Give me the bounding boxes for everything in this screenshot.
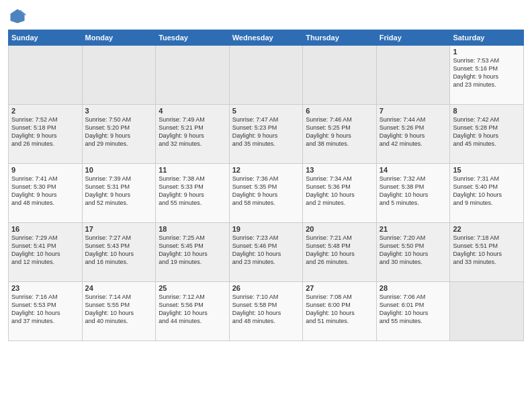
calendar-cell: 16Sunrise: 7:29 AM Sunset: 5:41 PM Dayli… — [9, 223, 83, 282]
day-info: Sunrise: 7:49 AM Sunset: 5:21 PM Dayligh… — [159, 116, 226, 148]
day-info: Sunrise: 7:47 AM Sunset: 5:23 PM Dayligh… — [232, 116, 300, 148]
calendar-cell: 19Sunrise: 7:23 AM Sunset: 5:46 PM Dayli… — [229, 223, 303, 282]
day-info: Sunrise: 7:36 AM Sunset: 5:35 PM Dayligh… — [232, 175, 300, 208]
calendar-cell — [303, 46, 377, 105]
day-info: Sunrise: 7:08 AM Sunset: 6:00 PM Dayligh… — [306, 293, 373, 326]
day-number: 20 — [306, 225, 373, 233]
calendar-cell: 23Sunrise: 7:16 AM Sunset: 5:53 PM Dayli… — [9, 282, 83, 341]
day-number: 18 — [159, 225, 226, 233]
col-header-monday: Monday — [82, 30, 156, 46]
day-info: Sunrise: 7:16 AM Sunset: 5:53 PM Dayligh… — [11, 293, 79, 326]
logo-icon — [8, 7, 27, 26]
week-row-5: 23Sunrise: 7:16 AM Sunset: 5:53 PM Dayli… — [9, 282, 524, 341]
calendar-cell: 9Sunrise: 7:41 AM Sunset: 5:30 PM Daylig… — [9, 164, 83, 223]
day-info: Sunrise: 7:52 AM Sunset: 5:18 PM Dayligh… — [11, 116, 79, 148]
week-row-3: 9Sunrise: 7:41 AM Sunset: 5:30 PM Daylig… — [9, 164, 524, 223]
day-number: 9 — [11, 166, 79, 174]
col-header-friday: Friday — [376, 30, 450, 46]
col-header-saturday: Saturday — [450, 30, 524, 46]
calendar-cell — [376, 46, 450, 105]
calendar-cell: 1Sunrise: 7:53 AM Sunset: 5:16 PM Daylig… — [450, 46, 524, 105]
calendar-cell: 14Sunrise: 7:32 AM Sunset: 5:38 PM Dayli… — [376, 164, 450, 223]
day-info: Sunrise: 7:50 AM Sunset: 5:20 PM Dayligh… — [85, 116, 153, 148]
week-row-4: 16Sunrise: 7:29 AM Sunset: 5:41 PM Dayli… — [9, 223, 524, 282]
day-info: Sunrise: 7:23 AM Sunset: 5:46 PM Dayligh… — [232, 234, 300, 267]
day-info: Sunrise: 7:18 AM Sunset: 5:51 PM Dayligh… — [453, 234, 521, 267]
day-info: Sunrise: 7:32 AM Sunset: 5:38 PM Dayligh… — [380, 175, 447, 208]
calendar-cell: 8Sunrise: 7:42 AM Sunset: 5:28 PM Daylig… — [450, 105, 524, 164]
calendar-cell: 20Sunrise: 7:21 AM Sunset: 5:48 PM Dayli… — [303, 223, 377, 282]
col-header-wednesday: Wednesday — [229, 30, 303, 46]
calendar-cell: 22Sunrise: 7:18 AM Sunset: 5:51 PM Dayli… — [450, 223, 524, 282]
col-header-sunday: Sunday — [9, 30, 83, 46]
calendar-cell: 28Sunrise: 7:06 AM Sunset: 6:01 PM Dayli… — [376, 282, 450, 341]
calendar-cell — [156, 46, 230, 105]
day-number: 7 — [380, 107, 447, 115]
day-number: 10 — [85, 166, 153, 174]
day-info: Sunrise: 7:39 AM Sunset: 5:31 PM Dayligh… — [85, 175, 153, 208]
day-number: 21 — [380, 225, 447, 233]
calendar-cell: 6Sunrise: 7:46 AM Sunset: 5:25 PM Daylig… — [303, 105, 377, 164]
col-header-tuesday: Tuesday — [156, 30, 230, 46]
day-number: 17 — [85, 225, 153, 233]
day-number: 8 — [453, 107, 521, 115]
calendar-cell — [450, 282, 524, 341]
day-info: Sunrise: 7:41 AM Sunset: 5:30 PM Dayligh… — [11, 175, 79, 208]
calendar-cell: 27Sunrise: 7:08 AM Sunset: 6:00 PM Dayli… — [303, 282, 377, 341]
calendar-cell: 5Sunrise: 7:47 AM Sunset: 5:23 PM Daylig… — [229, 105, 303, 164]
day-info: Sunrise: 7:25 AM Sunset: 5:45 PM Dayligh… — [159, 234, 226, 267]
day-number: 23 — [11, 284, 79, 292]
calendar-cell: 13Sunrise: 7:34 AM Sunset: 5:36 PM Dayli… — [303, 164, 377, 223]
day-info: Sunrise: 7:14 AM Sunset: 5:55 PM Dayligh… — [85, 293, 153, 326]
day-number: 5 — [232, 107, 300, 115]
calendar-cell: 26Sunrise: 7:10 AM Sunset: 5:58 PM Dayli… — [229, 282, 303, 341]
calendar-cell: 11Sunrise: 7:38 AM Sunset: 5:33 PM Dayli… — [156, 164, 230, 223]
day-info: Sunrise: 7:27 AM Sunset: 5:43 PM Dayligh… — [85, 234, 153, 267]
day-number: 14 — [380, 166, 447, 174]
calendar-cell: 17Sunrise: 7:27 AM Sunset: 5:43 PM Dayli… — [82, 223, 156, 282]
day-number: 13 — [306, 166, 373, 174]
day-number: 16 — [11, 225, 79, 233]
header — [8, 7, 524, 26]
calendar-cell: 7Sunrise: 7:44 AM Sunset: 5:26 PM Daylig… — [376, 105, 450, 164]
day-number: 28 — [380, 284, 447, 292]
logo — [8, 7, 30, 26]
calendar-cell: 10Sunrise: 7:39 AM Sunset: 5:31 PM Dayli… — [82, 164, 156, 223]
day-info: Sunrise: 7:46 AM Sunset: 5:25 PM Dayligh… — [306, 116, 373, 148]
day-info: Sunrise: 7:42 AM Sunset: 5:28 PM Dayligh… — [453, 116, 521, 148]
day-number: 4 — [159, 107, 226, 115]
day-number: 24 — [85, 284, 153, 292]
svg-marker-0 — [11, 9, 25, 24]
calendar-table: SundayMondayTuesdayWednesdayThursdayFrid… — [8, 30, 524, 341]
calendar-cell: 25Sunrise: 7:12 AM Sunset: 5:56 PM Dayli… — [156, 282, 230, 341]
day-number: 2 — [11, 107, 79, 115]
day-info: Sunrise: 7:12 AM Sunset: 5:56 PM Dayligh… — [159, 293, 226, 326]
day-number: 19 — [232, 225, 300, 233]
week-row-2: 2Sunrise: 7:52 AM Sunset: 5:18 PM Daylig… — [9, 105, 524, 164]
calendar-cell — [82, 46, 156, 105]
day-number: 12 — [232, 166, 300, 174]
day-number: 11 — [159, 166, 226, 174]
day-number: 22 — [453, 225, 521, 233]
calendar-cell — [229, 46, 303, 105]
day-number: 1 — [453, 48, 521, 56]
day-info: Sunrise: 7:53 AM Sunset: 5:16 PM Dayligh… — [453, 56, 521, 89]
day-info: Sunrise: 7:34 AM Sunset: 5:36 PM Dayligh… — [306, 175, 373, 208]
day-info: Sunrise: 7:10 AM Sunset: 5:58 PM Dayligh… — [232, 293, 300, 326]
day-info: Sunrise: 7:21 AM Sunset: 5:48 PM Dayligh… — [306, 234, 373, 267]
calendar-cell — [9, 46, 83, 105]
day-info: Sunrise: 7:31 AM Sunset: 5:40 PM Dayligh… — [453, 175, 521, 208]
day-info: Sunrise: 7:20 AM Sunset: 5:50 PM Dayligh… — [380, 234, 447, 267]
calendar-cell: 2Sunrise: 7:52 AM Sunset: 5:18 PM Daylig… — [9, 105, 83, 164]
day-info: Sunrise: 7:38 AM Sunset: 5:33 PM Dayligh… — [159, 175, 226, 208]
week-row-1: 1Sunrise: 7:53 AM Sunset: 5:16 PM Daylig… — [9, 46, 524, 105]
page-container: SundayMondayTuesdayWednesdayThursdayFrid… — [0, 0, 532, 347]
calendar-cell: 12Sunrise: 7:36 AM Sunset: 5:35 PM Dayli… — [229, 164, 303, 223]
day-number: 25 — [159, 284, 226, 292]
calendar-cell: 21Sunrise: 7:20 AM Sunset: 5:50 PM Dayli… — [376, 223, 450, 282]
day-number: 26 — [232, 284, 300, 292]
day-number: 15 — [453, 166, 521, 174]
calendar-cell: 4Sunrise: 7:49 AM Sunset: 5:21 PM Daylig… — [156, 105, 230, 164]
day-number: 6 — [306, 107, 373, 115]
day-info: Sunrise: 7:29 AM Sunset: 5:41 PM Dayligh… — [11, 234, 79, 267]
